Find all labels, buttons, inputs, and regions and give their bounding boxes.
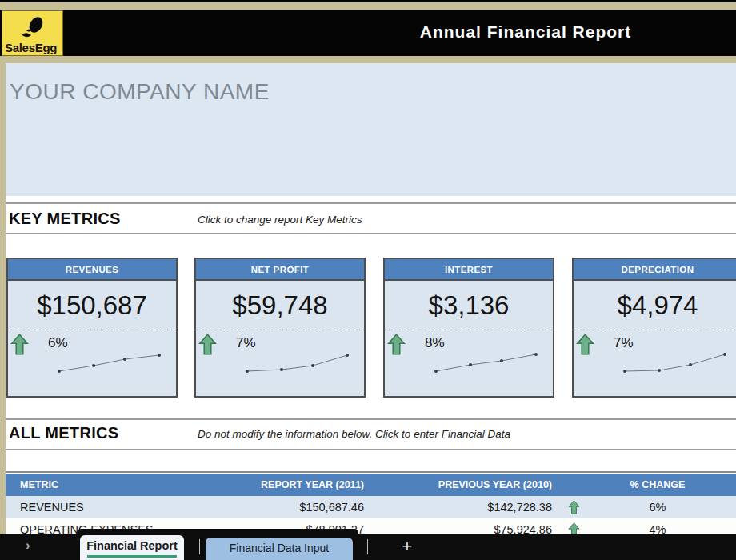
all-metrics-note[interactable]: Do not modify the information below. Cli… — [198, 428, 510, 440]
left-frame-strip — [0, 63, 6, 534]
sparkline-chart — [431, 351, 543, 375]
metric-card-change: 7% — [236, 335, 256, 351]
metric-card-value: $4,974 — [574, 281, 736, 330]
sparkline-chart — [54, 351, 166, 375]
metric-card-interest[interactable]: INTEREST $3,136 8% — [383, 258, 554, 398]
green-up-arrow-icon — [568, 500, 580, 514]
metric-card-depreciation[interactable]: DEPRECIATION $4,974 7% — [572, 258, 736, 398]
green-up-arrow-icon — [198, 334, 217, 355]
all-metrics-title: ALL METRICS — [9, 424, 118, 442]
tab-financial-data-input[interactable]: Financial Data Input — [206, 538, 353, 560]
metric-card-revenues[interactable]: REVENUES $150,687 6% — [6, 258, 178, 398]
column-header-report-year: REPORT YEAR (2011) — [204, 474, 364, 496]
metric-card-label: NET PROFIT — [196, 259, 364, 281]
tab-label: Financial Report — [86, 539, 178, 552]
metric-card-label: REVENUES — [8, 259, 176, 281]
active-tab-underline — [87, 555, 177, 558]
metric-card-label: INTEREST — [385, 259, 553, 281]
metric-card-change: 8% — [425, 335, 445, 351]
metric-card-value: $3,136 — [385, 281, 553, 330]
report-title: Annual Financial Report — [315, 22, 736, 42]
metric-card-change: 7% — [614, 335, 634, 351]
tab-label: Financial Data Input — [230, 542, 330, 554]
tab-financial-report[interactable]: Financial Report — [80, 535, 184, 560]
sparkline-chart — [242, 351, 354, 375]
top-border-line — [0, 0, 736, 2]
divider-line — [6, 471, 736, 473]
metric-card-change: 6% — [48, 335, 68, 351]
green-up-arrow-icon — [10, 334, 29, 355]
green-up-arrow-icon — [387, 334, 406, 355]
company-name-section[interactable]: YOUR COMPANY NAME — [6, 63, 736, 196]
add-sheet-button[interactable]: + — [397, 536, 418, 557]
table-row-revenues[interactable]: REVENUES $150,687.46 $142,728.38 6% — [6, 496, 736, 518]
egg-icon — [15, 14, 50, 44]
column-header-change: % CHANGE — [602, 474, 714, 496]
divider-line — [6, 202, 736, 204]
cell-previous-year: $142,728.38 — [392, 496, 552, 518]
key-metrics-title: KEY METRICS — [9, 210, 121, 228]
tab-separator — [199, 539, 200, 554]
divider-line — [6, 233, 736, 234]
cell-metric: REVENUES — [20, 496, 84, 518]
cell-report-year: $150,687.46 — [204, 496, 364, 518]
metric-card-label: DEPRECIATION — [574, 259, 736, 281]
metric-card-value: $150,687 — [8, 281, 176, 330]
column-header-previous-year: PREVIOUS YEAR (2010) — [392, 474, 552, 496]
column-header-metric: METRIC — [20, 474, 58, 496]
divider-line — [6, 449, 736, 450]
tab-separator — [367, 539, 368, 554]
sparkline-chart — [620, 351, 732, 375]
metric-card-net-profit[interactable]: NET PROFIT $59,748 7% — [194, 258, 366, 398]
metric-card-value: $59,748 — [196, 281, 364, 330]
sheet-nav-right-icon[interactable]: › — [26, 538, 30, 554]
key-metrics-note[interactable]: Click to change report Key Metrics — [198, 214, 362, 226]
green-up-arrow-icon — [576, 334, 594, 355]
cell-change: 6% — [602, 496, 714, 518]
spreadsheet-window: Annual Financial Report SalesEgg YOUR CO… — [0, 0, 736, 560]
divider-line — [6, 418, 736, 420]
metrics-table-header: METRIC REPORT YEAR (2011) PREVIOUS YEAR … — [6, 474, 736, 496]
salesegg-logo: SalesEgg — [2, 10, 63, 56]
logo-text: SalesEgg — [5, 41, 57, 54]
company-name-text[interactable]: YOUR COMPANY NAME — [10, 79, 270, 105]
